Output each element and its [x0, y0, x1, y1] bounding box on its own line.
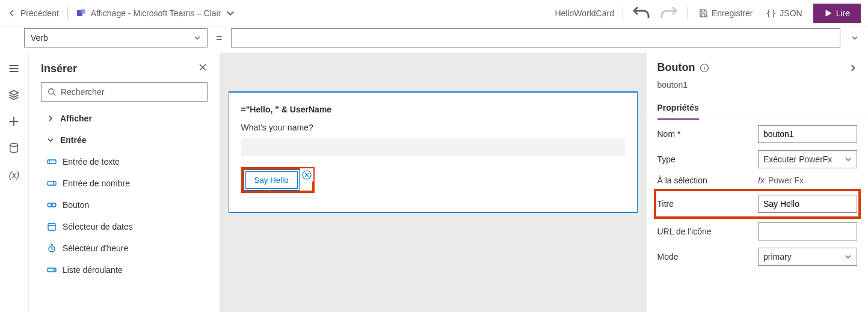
json-label: JSON [780, 8, 802, 18]
save-button[interactable]: Enregistrer [696, 8, 755, 18]
undo-button[interactable] [632, 4, 651, 23]
redo-icon [659, 4, 679, 23]
svg-rect-4 [48, 160, 56, 164]
layers-icon [8, 89, 20, 101]
prop-onselect-value: Power Fx [768, 176, 804, 185]
svg-point-2 [10, 144, 18, 147]
insert-time-picker[interactable]: Sélecteur d'heure [29, 237, 220, 259]
insert-button[interactable]: Bouton [29, 194, 220, 216]
svg-rect-1 [81, 9, 85, 14]
back-button[interactable]: Précédent [7, 8, 59, 18]
database-icon [8, 142, 20, 154]
category-label: Entrée [60, 135, 87, 145]
chevron-down-icon [845, 253, 852, 260]
prop-onselect-link[interactable]: fx Power Fx [758, 176, 857, 185]
item-label: Sélecteur d'heure [63, 243, 128, 253]
formula-input[interactable] [231, 28, 840, 47]
button-icon [47, 200, 57, 210]
insert-dropdown[interactable]: Liste déroulante [29, 259, 220, 281]
variable-icon: (x) [9, 170, 20, 180]
prop-mode-label: Mode [657, 252, 751, 262]
number-input-icon [47, 179, 57, 188]
search-icon [48, 88, 56, 96]
insert-text-input[interactable]: Entrée de texte [29, 151, 220, 173]
dropdown-icon [47, 265, 57, 275]
adaptive-card[interactable]: ="Hello, " & UserName What's your name? … [229, 91, 638, 213]
equals-sign: = [216, 32, 223, 44]
property-selector-value: Verb [31, 33, 48, 43]
divider [687, 7, 688, 19]
card-name-label: HelloWorldCard [555, 8, 614, 18]
prop-iconurl-input[interactable] [758, 222, 857, 240]
insert-panel: Insérer Rechercher Afficher Entrée Entré… [29, 53, 220, 312]
divider [623, 7, 623, 19]
play-button[interactable]: Lire [813, 4, 861, 23]
play-icon [824, 9, 833, 17]
category-label: Afficher [60, 114, 92, 123]
data-button[interactable] [8, 142, 20, 154]
category-display[interactable]: Afficher [29, 108, 220, 129]
delete-circle-icon [301, 170, 312, 180]
add-button[interactable] [8, 115, 20, 127]
teams-icon [76, 8, 86, 18]
close-panel-button[interactable] [198, 63, 208, 75]
prop-iconurl-label: URL de l'icône [657, 227, 751, 236]
calendar-icon [47, 222, 57, 231]
expand-formula-button[interactable] [849, 34, 861, 41]
card-title[interactable]: ="Hello, " & UserName [241, 105, 625, 114]
variables-button[interactable]: (x) [8, 168, 20, 180]
hamburger-button[interactable] [8, 63, 20, 75]
info-icon[interactable] [700, 63, 709, 73]
chevron-down-icon [845, 156, 852, 163]
item-label: Sélecteur de dates [63, 222, 133, 231]
svg-rect-5 [48, 182, 56, 185]
divider [67, 7, 68, 19]
item-label: Entrée de texte [63, 157, 120, 167]
json-button[interactable]: {} JSON [763, 8, 804, 18]
insert-number-input[interactable]: Entrée de nombre [29, 173, 220, 194]
category-input[interactable]: Entrée [29, 129, 220, 151]
card-name-button[interactable]: HelloWorldCard [551, 8, 614, 18]
clock-icon [47, 243, 57, 253]
search-placeholder: Rechercher [61, 87, 104, 97]
svg-point-7 [51, 204, 52, 206]
selected-control-highlight: Say Hello [241, 167, 315, 193]
item-label: Entrée de nombre [63, 179, 130, 188]
chevron-down-icon [851, 34, 858, 41]
prop-title-input[interactable] [758, 195, 857, 213]
say-hello-button[interactable]: Say Hello [245, 171, 298, 189]
panel-heading: Bouton [657, 61, 695, 74]
tab-properties[interactable]: Propriétés [657, 99, 699, 120]
prop-type-value: Exécuter PowerFx [763, 154, 832, 164]
save-label: Enregistrer [712, 8, 753, 18]
plus-icon [8, 115, 20, 127]
svg-point-3 [49, 89, 54, 94]
prop-name-label: Nom * [657, 129, 751, 139]
back-label: Précédent [20, 8, 59, 18]
theme-label: Affichage - Microsoft Teams – Clair [91, 8, 221, 18]
properties-panel: Bouton bouton1 Propriétés Nom * Type Exé… [646, 53, 869, 312]
prop-name-input[interactable] [758, 125, 857, 143]
left-rail: (x) [0, 53, 29, 312]
name-input[interactable] [241, 138, 625, 156]
layers-button[interactable] [8, 89, 20, 101]
control-name: bouton1 [647, 78, 869, 96]
prop-type-select[interactable]: Exécuter PowerFx [758, 150, 857, 168]
undo-icon [632, 4, 651, 23]
svg-rect-8 [48, 224, 55, 230]
prop-onselect-label: À la sélection [657, 176, 751, 185]
theme-selector[interactable]: Affichage - Microsoft Teams – Clair [76, 8, 236, 18]
redo-button[interactable] [659, 4, 679, 23]
chevron-right-icon[interactable] [849, 64, 857, 72]
delete-control-button[interactable] [300, 168, 313, 182]
prop-type-label: Type [657, 154, 751, 164]
prop-mode-select[interactable]: primary [758, 248, 857, 266]
question-label[interactable]: What's your name? [241, 123, 625, 132]
search-input[interactable]: Rechercher [41, 82, 208, 102]
chevron-down-icon [194, 34, 201, 41]
play-label: Lire [836, 8, 850, 18]
insert-date-picker[interactable]: Sélecteur de dates [29, 216, 220, 237]
property-selector[interactable]: Verb [24, 28, 208, 47]
canvas[interactable]: ="Hello, " & UserName What's your name? … [220, 53, 646, 312]
item-label: Bouton [63, 200, 89, 210]
